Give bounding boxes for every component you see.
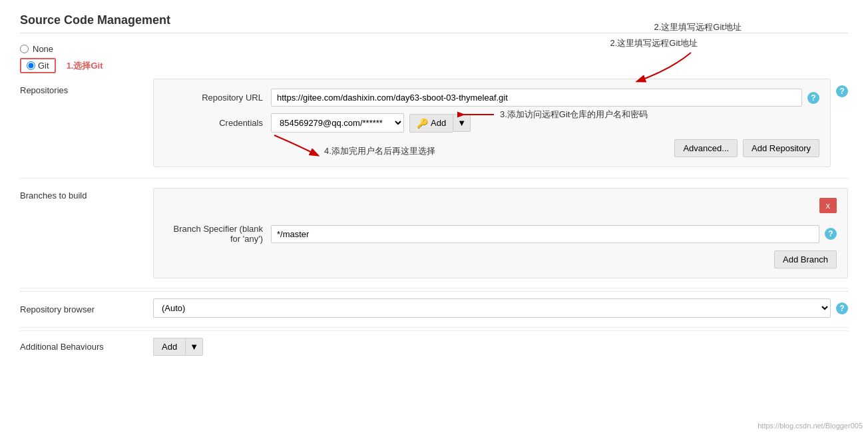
repo-url-label: Repository URL xyxy=(164,93,271,103)
credentials-content: 854569279@qq.com/****** 🔑 Add ▼ xyxy=(271,113,819,133)
repo-browser-content: (Auto) ? xyxy=(153,298,848,318)
branch-specifier-help[interactable]: ? xyxy=(825,228,837,240)
additional-divider xyxy=(20,327,848,328)
credentials-label: Credentials xyxy=(164,118,271,128)
radio-git[interactable] xyxy=(27,61,35,70)
additional-behaviours-label: Additional Behaviours xyxy=(20,342,153,352)
repo-browser-label: Repository browser xyxy=(20,302,153,314)
repo-url-help[interactable]: ? xyxy=(807,92,819,104)
repo-browser-section: Repository browser (Auto) ? xyxy=(20,291,848,324)
repo-browser-select[interactable]: (Auto) xyxy=(153,298,831,318)
repositories-help[interactable]: ? xyxy=(836,85,848,97)
repositories-section: Repositories 2.这里填写远程Git地址 xyxy=(20,79,848,175)
repositories-content: 2.这里填写远程Git地址 Repository URL xyxy=(153,79,831,175)
watermark: https://blog.csdn.net/Blogger005 xyxy=(758,422,863,430)
remove-branch-button[interactable]: x xyxy=(819,198,837,213)
credentials-select[interactable]: 854569279@qq.com/****** xyxy=(271,113,404,133)
add-btn-group: 🔑 Add ▼ xyxy=(409,114,471,133)
repo-browser-divider xyxy=(20,288,848,288)
branch-actions: Add Branch xyxy=(164,250,837,268)
repositories-label: Repositories xyxy=(20,79,153,95)
none-label: None xyxy=(33,44,53,54)
additional-behaviours-section: Additional Behaviours Add ▼ xyxy=(20,330,848,362)
add-behaviour-dropdown[interactable]: ▼ xyxy=(185,338,203,356)
key-icon: 🔑 xyxy=(417,118,428,129)
advanced-button[interactable]: Advanced... xyxy=(674,139,738,157)
branches-section: Branches to build x Branch Specifier (bl… xyxy=(20,181,848,285)
page-container: Source Code Management None Git 1.选择Git … xyxy=(0,0,868,435)
radio-none-option: None xyxy=(20,44,848,54)
branch-specifier-row: Branch Specifier (blank for 'any') ? xyxy=(164,224,837,244)
add-behaviour-button[interactable]: Add xyxy=(153,338,185,356)
branches-box: x Branch Specifier (blank for 'any') ? A… xyxy=(153,188,848,278)
credentials-add-button[interactable]: 🔑 Add xyxy=(409,114,453,133)
form-actions: Advanced... Add Repository xyxy=(164,139,819,157)
git-label: Git xyxy=(38,61,49,71)
branch-specifier-input[interactable] xyxy=(271,225,819,243)
x-btn-wrapper: x xyxy=(164,198,837,218)
repo-url-row: Repository URL ? xyxy=(164,89,819,107)
branches-label: Branches to build xyxy=(20,188,153,201)
annotation-3-wrapper: 3.添加访问远程Git仓库的用户名和密码 xyxy=(457,108,648,121)
annotation-1: 1.选择Git xyxy=(67,60,103,72)
additional-behaviours-content: Add ▼ xyxy=(153,338,203,356)
credentials-row: Credentials 854569279@qq.com/****** 🔑 Ad… xyxy=(164,113,819,133)
branches-divider xyxy=(20,178,848,179)
dropdown-arrow-icon-2: ▼ xyxy=(190,342,198,352)
branch-specifier-label: Branch Specifier (blank for 'any') xyxy=(164,224,271,244)
git-box: Git xyxy=(20,58,56,73)
branches-content: x Branch Specifier (blank for 'any') ? A… xyxy=(153,188,848,278)
radio-none[interactable] xyxy=(20,45,29,53)
dropdown-arrow-icon: ▼ xyxy=(457,118,466,128)
credentials-add-dropdown[interactable]: ▼ xyxy=(453,114,471,132)
repo-browser-help[interactable]: ? xyxy=(836,302,848,314)
annotation-2: 2.这里填写远程Git地址 xyxy=(654,21,742,33)
repositories-form: Repository URL ? Credentials 854569279@q… xyxy=(153,79,831,167)
repo-url-input[interactable] xyxy=(271,89,802,107)
add-branch-button[interactable]: Add Branch xyxy=(774,250,837,268)
main-content: None Git 1.选择Git 2.这里填写远程Git地址 Repositor… xyxy=(20,44,848,362)
add-behaviour-btn-group: Add ▼ xyxy=(153,338,203,356)
git-radio-row: Git 1.选择Git 2.这里填写远程Git地址 xyxy=(20,58,848,73)
annotation-3-text: 3.添加访问远程Git仓库的用户名和密码 xyxy=(500,109,648,121)
add-repository-button[interactable]: Add Repository xyxy=(743,139,819,157)
